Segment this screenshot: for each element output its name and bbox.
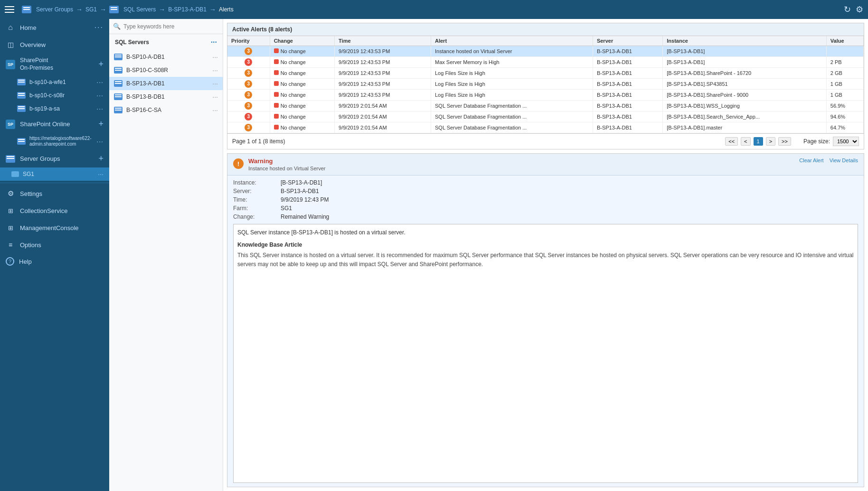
cell-priority: 3: [227, 111, 270, 122]
page-size-select[interactable]: 100500100015002000: [833, 137, 859, 146]
sp-url-menu-dots[interactable]: ···: [96, 138, 104, 145]
hamburger-menu-icon[interactable]: [5, 4, 16, 15]
settings-sidebar-icon: ⚙: [6, 189, 15, 198]
sidebar-item-sp10-s08r[interactable]: b-sp10-c-s08r ···: [0, 89, 109, 102]
table-row[interactable]: 3 No change 9/9/2019 12:43:53 PM Instanc…: [227, 46, 864, 57]
sidebar-item-sp19-sa[interactable]: b-sp19-a-sa ···: [0, 102, 109, 115]
table-row[interactable]: 3 No change 9/9/2019 2:01:54 AM SQL Serv…: [227, 122, 864, 133]
cell-change: No change: [270, 101, 334, 111]
pagination-info: Page 1 of 1 (8 items): [232, 138, 722, 145]
col-alert[interactable]: Alert: [431, 36, 593, 46]
breadcrumb-sql-servers[interactable]: SQL Servers: [123, 6, 156, 13]
sharepoint-online-icon: SP: [6, 120, 15, 129]
sidebar-item-overview[interactable]: ◫ Overview: [0, 36, 109, 53]
cell-priority: 3: [227, 101, 270, 111]
col-value[interactable]: Value: [826, 36, 863, 46]
sidebar-item-sp10-wfe1[interactable]: b-sp10-a-wfe1 ···: [0, 75, 109, 89]
sidebar-settings-label: Settings: [20, 190, 104, 197]
management-console-icon: ⊞: [6, 223, 15, 232]
sidebar-item-sharepoint-online[interactable]: SP SharePoint Online +: [0, 115, 109, 133]
cell-change: No change: [270, 57, 334, 68]
pagination-prev-button[interactable]: <: [741, 137, 750, 146]
sidebar: ⌂ Home ··· ◫ Overview SP SharePointOn-Pr…: [0, 19, 109, 491]
cell-value: 1 GB: [826, 90, 863, 101]
table-row[interactable]: 3 No change 9/9/2019 12:43:53 PM Max Ser…: [227, 57, 864, 68]
middle-section-label: SQL Servers: [115, 39, 149, 46]
sharepoint-onprem-add-button[interactable]: +: [98, 59, 104, 69]
cell-server: B-SP13-A-DB1: [593, 79, 662, 90]
refresh-icon[interactable]: ↻: [844, 4, 851, 15]
sidebar-item-collection-service[interactable]: ⊞ CollectionService: [0, 202, 109, 219]
sidebar-item-options[interactable]: ≡ Options: [0, 236, 109, 253]
sidebar-item-management-console[interactable]: ⊞ ManagementConsole: [0, 219, 109, 236]
sidebar-item-help[interactable]: ? Help: [0, 253, 109, 269]
server-sp10-s08r-icon: [17, 92, 26, 99]
middle-item-b-sp13-b-db1[interactable]: B-SP13-B-DB1 ···: [109, 90, 223, 103]
cell-time: 9/9/2019 12:43:53 PM: [335, 90, 431, 101]
search-input[interactable]: [123, 23, 219, 30]
b-sp10-c-s08r-menu-dots[interactable]: ···: [212, 66, 218, 74]
table-row[interactable]: 3 No change 9/9/2019 2:01:54 AM SQL Serv…: [227, 101, 864, 111]
middle-item-b-sp13-a-db1[interactable]: B-SP13-A-DB1 ···: [109, 77, 223, 90]
b-sp16-c-sa-menu-dots[interactable]: ···: [212, 106, 218, 114]
detail-subtitle: Instance hosted on Virtual Server: [248, 166, 325, 171]
cell-alert: Log Files Size is High: [431, 79, 593, 90]
col-change[interactable]: Change: [270, 36, 334, 46]
b-sp13-a-db1-menu-dots[interactable]: ···: [212, 80, 218, 87]
breadcrumb-server-groups[interactable]: Server Groups: [36, 6, 73, 13]
cell-value: 2 PB: [826, 57, 863, 68]
cell-priority: 3: [227, 79, 270, 90]
table-row[interactable]: 3 No change 9/9/2019 12:43:53 PM Log Fil…: [227, 79, 864, 90]
col-instance[interactable]: Instance: [663, 36, 827, 46]
sp19-sa-menu-dots[interactable]: ···: [96, 105, 104, 112]
middle-item-b-sp10-a-db1[interactable]: B-SP10-A-DB1 ···: [109, 50, 223, 64]
sidebar-item-settings[interactable]: ⚙ Settings: [0, 185, 109, 202]
detail-warning-icon: !: [233, 158, 244, 169]
col-time[interactable]: Time: [335, 36, 431, 46]
breadcrumb-arrow-3: →: [159, 6, 165, 13]
server-groups-add-button[interactable]: +: [98, 154, 104, 164]
b-sp10-a-db1-menu-dots[interactable]: ···: [212, 53, 218, 61]
col-priority[interactable]: Priority: [227, 36, 270, 46]
sp10-wfe1-menu-dots[interactable]: ···: [96, 78, 104, 86]
pagination-first-button[interactable]: <<: [725, 137, 738, 146]
breadcrumb-sg1[interactable]: SG1: [85, 6, 97, 13]
cell-alert: Instance hosted on Virtual Server: [431, 46, 593, 57]
b-sp13-a-db1-label: B-SP13-A-DB1: [126, 80, 208, 87]
server-groups-icon: [22, 6, 31, 13]
table-row[interactable]: 3 No change 9/9/2019 12:43:53 PM Log Fil…: [227, 68, 864, 79]
settings-icon[interactable]: ⚙: [856, 4, 863, 15]
sidebar-item-home[interactable]: ⌂ Home ···: [0, 19, 109, 36]
col-server[interactable]: Server: [593, 36, 662, 46]
breadcrumb-db1[interactable]: B-SP13-A-DB1: [168, 6, 207, 13]
middle-section-add-button[interactable]: ···: [211, 38, 217, 46]
sidebar-item-sp-url[interactable]: https://metalogixsoftware622-admin.share…: [0, 133, 109, 150]
middle-item-b-sp16-c-sa[interactable]: B-SP16-C-SA ···: [109, 103, 223, 117]
sidebar-item-sharepoint-onprem[interactable]: SP SharePointOn-Premises +: [0, 53, 109, 75]
cell-instance: [B-SP13-A-DB1].SharePoint - 16720: [663, 68, 827, 79]
table-row[interactable]: 3 No change 9/9/2019 2:01:54 AM SQL Serv…: [227, 111, 864, 122]
sidebar-item-server-groups[interactable]: Server Groups +: [0, 150, 109, 167]
pagination-next-button[interactable]: >: [766, 137, 775, 146]
server-groups-sidebar-icon: [6, 154, 15, 164]
b-sp13-b-db1-menu-dots[interactable]: ···: [212, 93, 218, 101]
sidebar-item-sg1[interactable]: SG1 ···: [0, 167, 109, 181]
cell-instance: [B-SP13-A-DB1].SP43851: [663, 79, 827, 90]
cell-change: No change: [270, 122, 334, 133]
sg1-menu-dots[interactable]: ···: [98, 170, 104, 178]
clear-alert-link[interactable]: Clear Alert: [799, 157, 823, 163]
middle-item-b-sp10-c-s08r[interactable]: B-SP10-C-S08R ···: [109, 64, 223, 77]
breadcrumb-current: Alerts: [219, 6, 234, 13]
b-sp10-c-s08r-icon: [114, 67, 123, 74]
view-details-link[interactable]: View Details: [830, 157, 858, 163]
b-sp13-b-db1-label: B-SP13-B-DB1: [126, 93, 208, 100]
middle-section-title: SQL Servers ···: [109, 34, 223, 50]
kb-title: Knowledge Base Article: [237, 241, 854, 249]
table-row[interactable]: 3 No change 9/9/2019 12:43:53 PM Log Fil…: [227, 90, 864, 101]
home-menu-dots[interactable]: ···: [94, 23, 104, 32]
pagination-last-button[interactable]: >>: [778, 137, 791, 146]
cell-alert: SQL Server Database Fragmentation ...: [431, 101, 593, 111]
sp10-s08r-menu-dots[interactable]: ···: [96, 92, 104, 99]
sharepoint-online-add-button[interactable]: +: [98, 119, 104, 129]
pagination-page-1-button[interactable]: 1: [754, 137, 763, 146]
